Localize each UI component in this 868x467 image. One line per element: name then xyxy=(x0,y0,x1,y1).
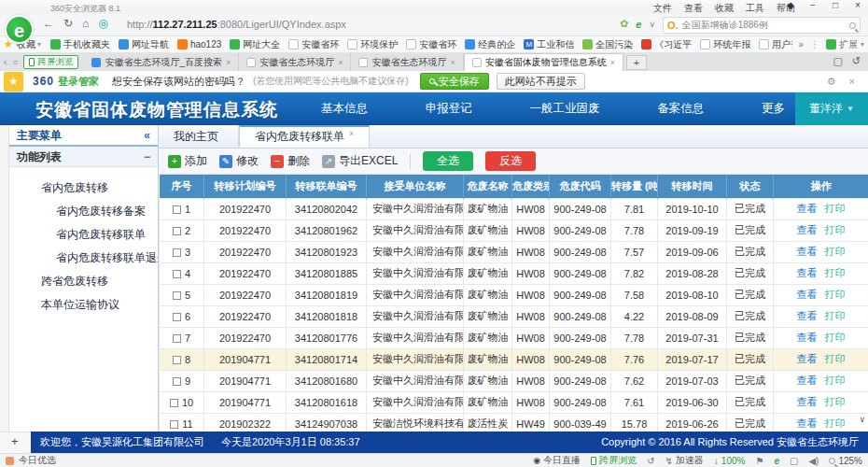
back-icon[interactable]: ← xyxy=(43,17,54,30)
menu-item[interactable]: 工具 xyxy=(746,2,764,15)
bookmark-item[interactable]: 安徽省环 xyxy=(406,38,456,51)
print-link[interactable]: 打印 xyxy=(825,353,846,364)
nav-item[interactable]: 基本信息 xyxy=(317,101,371,117)
menu-item[interactable]: 查看 xyxy=(684,2,703,15)
invert-selection-button[interactable]: 反选 xyxy=(485,151,536,171)
plus-button[interactable]: + xyxy=(11,434,19,448)
scroll-down-icon[interactable]: ∨ xyxy=(859,415,865,424)
notification-close-icon[interactable]: × xyxy=(849,76,855,88)
nav-item[interactable]: 更多 xyxy=(758,101,789,117)
extensions-button[interactable]: 扩展▾ xyxy=(826,38,864,51)
view-link[interactable]: 查看 xyxy=(797,396,818,407)
search-engine-icon[interactable]: O. xyxy=(667,20,679,31)
sidebar-section-header[interactable]: − 功能列表 xyxy=(9,147,158,167)
select-all-button[interactable]: 全选 xyxy=(423,151,473,171)
minimize-button[interactable]: − xyxy=(806,0,819,10)
view-link[interactable]: 查看 xyxy=(797,246,818,257)
collapse-sidebar-icon[interactable]: « xyxy=(144,125,150,147)
row-checkbox[interactable] xyxy=(170,399,178,407)
address-field[interactable]: http://112.27.211.25:8080/LigerUI/QYInde… xyxy=(127,19,346,30)
toolbar-action-button[interactable]: ✎ 修改 xyxy=(219,153,259,169)
network-speed[interactable]: ↓100% xyxy=(714,456,746,466)
print-link[interactable]: 打印 xyxy=(825,417,846,429)
sidebar-menu-item[interactable]: 跨省危废转移 xyxy=(9,270,158,293)
bookmark-item[interactable]: 网址导航 xyxy=(119,38,169,51)
view-link[interactable]: 查看 xyxy=(797,310,818,321)
save-password-button[interactable]: 安全保存 xyxy=(420,73,489,90)
browser-brand-icon[interactable]: ◆ xyxy=(784,0,797,10)
print-link[interactable]: 打印 xyxy=(825,224,846,235)
row-checkbox[interactable] xyxy=(173,377,181,386)
toolbar-action-button[interactable]: ↗ 导出EXCEL xyxy=(322,153,398,169)
browser-mode-icon[interactable]: e xyxy=(636,19,641,30)
reload-icon[interactable]: ↻ xyxy=(63,17,73,30)
browser-logo-icon[interactable]: e xyxy=(5,15,34,44)
bookmark-item[interactable]: 环境保护 xyxy=(347,38,398,51)
browser-tab[interactable]: 安徽省生态环境厅 × xyxy=(351,53,463,71)
session-restore-icon[interactable]: ↺ xyxy=(852,55,861,67)
sidebar-menu-item[interactable]: 省内危废转移联单退运 xyxy=(9,247,158,270)
menu-item[interactable]: 文件 xyxy=(653,2,672,15)
security-plugin-icon[interactable]: ✿ xyxy=(620,18,628,30)
cross-screen-button[interactable]: 跨屏浏览 xyxy=(23,55,78,69)
search-icon[interactable] xyxy=(849,22,856,29)
search-input[interactable]: 全国新增确诊1886例 xyxy=(682,19,846,32)
view-link[interactable]: 查看 xyxy=(797,289,818,300)
bookmark-item[interactable]: 全国污染 xyxy=(582,38,633,51)
nav-item[interactable]: 备案信息 xyxy=(653,101,707,117)
tab-list-icon[interactable]: ○ xyxy=(12,57,18,67)
print-link[interactable]: 打印 xyxy=(825,310,846,321)
tab-close-icon[interactable]: × xyxy=(450,58,455,67)
bookmark-item[interactable]: 安徽省环 xyxy=(288,38,339,51)
bookmark-item[interactable]: 工业和信 xyxy=(524,38,574,51)
tab-close-icon[interactable]: × xyxy=(610,58,615,67)
browser-tab[interactable]: 安徽省生态环境厅_百度搜索 × xyxy=(84,53,239,71)
bookmark-item[interactable]: 《习近平 xyxy=(641,38,692,51)
home-icon[interactable]: ⌂ xyxy=(82,17,89,30)
tab-close-icon[interactable]: × xyxy=(226,58,231,67)
sidebar-menu-item[interactable]: 本单位运输协议 xyxy=(9,293,158,317)
bookmark-item[interactable]: hao123 xyxy=(177,39,221,50)
cross-screen-status-button[interactable]: 跨屏浏览 xyxy=(591,454,637,467)
accelerator-button[interactable]: ↯加速器 xyxy=(665,454,703,467)
nav-item[interactable]: 一般工业固废 xyxy=(526,101,604,117)
live-button[interactable]: ◉今日直播 xyxy=(533,454,581,467)
ie-mode-icon[interactable]: e xyxy=(774,456,779,466)
search-box[interactable]: O. 全国新增确诊1886例 xyxy=(663,17,861,34)
new-tab-button[interactable]: + xyxy=(626,55,647,70)
row-checkbox[interactable] xyxy=(173,270,181,278)
maximize-button[interactable]: □ xyxy=(829,0,842,10)
flag-icon[interactable]: ⚑ xyxy=(755,456,763,466)
view-link[interactable]: 查看 xyxy=(797,203,818,214)
restore-tab-icon[interactable]: ▢ xyxy=(833,55,842,67)
print-link[interactable]: 打印 xyxy=(825,289,846,300)
print-link[interactable]: 打印 xyxy=(825,375,846,386)
bookmark-item[interactable]: 经典的企 xyxy=(465,38,515,51)
row-checkbox[interactable] xyxy=(173,205,181,214)
row-checkbox[interactable] xyxy=(170,420,178,429)
gear-icon[interactable]: ⚙ xyxy=(827,76,836,88)
print-link[interactable]: 打印 xyxy=(825,267,846,278)
sidebar-menu-item[interactable]: 省内危废转移联单 xyxy=(9,223,158,247)
view-link[interactable]: 查看 xyxy=(797,267,818,278)
tab-close-icon[interactable]: × xyxy=(338,58,343,67)
bookmarks-overflow-icon[interactable]: » xyxy=(798,39,804,50)
user-menu[interactable]: 董洋洋 ▼ xyxy=(795,92,868,125)
content-tab[interactable]: 省内危废转移联单 × xyxy=(239,125,370,148)
row-checkbox[interactable] xyxy=(173,313,181,321)
content-tab[interactable]: 我的主页 xyxy=(159,125,239,148)
print-link[interactable]: 打印 xyxy=(825,332,846,343)
view-link[interactable]: 查看 xyxy=(797,375,818,386)
view-link[interactable]: 查看 xyxy=(797,417,818,429)
toolbar-action-button[interactable]: + 添加 xyxy=(168,153,207,169)
bookmark-item[interactable]: 手机收藏夹 xyxy=(50,38,110,51)
row-checkbox[interactable] xyxy=(173,291,181,300)
row-checkbox[interactable] xyxy=(173,334,181,343)
content-tab-close-icon[interactable]: × xyxy=(349,129,354,138)
view-link[interactable]: 查看 xyxy=(797,353,818,364)
sidebar-menu-item[interactable]: 省内危废转移备案 xyxy=(9,200,158,223)
print-link[interactable]: 打印 xyxy=(825,203,846,214)
print-link[interactable]: 打印 xyxy=(825,396,846,407)
toolbar-action-button[interactable]: − 删除 xyxy=(271,153,310,169)
tab-scroll-left-icon[interactable]: ‹ xyxy=(4,57,7,67)
